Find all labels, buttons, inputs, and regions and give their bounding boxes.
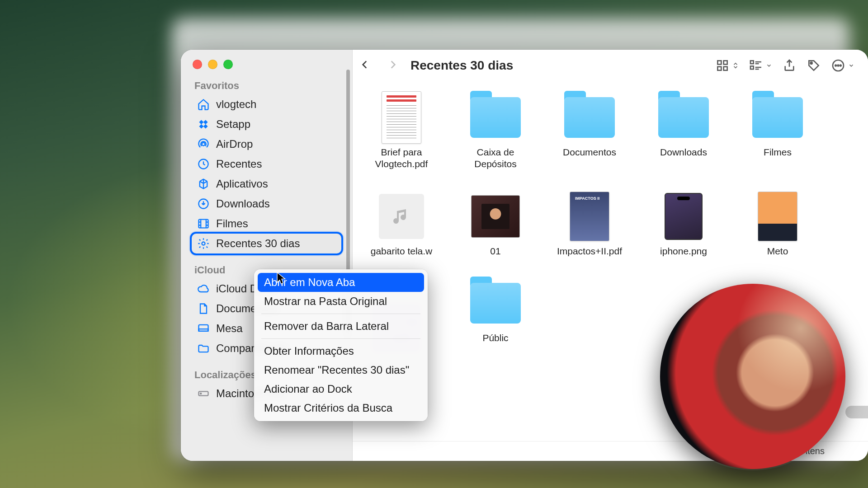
film-icon: [197, 217, 210, 230]
svg-rect-18: [750, 66, 754, 69]
sidebar-item-smart-folder[interactable]: Recentes 30 dias: [192, 234, 341, 253]
window-title: Recentes 30 dias: [410, 58, 513, 73]
file-label: Públic: [482, 332, 508, 344]
svg-rect-13: [717, 61, 721, 64]
file-label: Filmes: [764, 146, 792, 158]
file-label: iphone.png: [660, 245, 707, 257]
ctx-add-dock[interactable]: Adicionar ao Dock: [258, 380, 424, 399]
shared-folder-icon: [197, 342, 210, 355]
menu-separator: [261, 338, 420, 339]
svg-point-23: [840, 65, 841, 66]
svg-point-12: [200, 393, 201, 394]
window-controls: [181, 50, 352, 69]
file-label: Documentos: [563, 146, 616, 158]
svg-rect-16: [724, 67, 727, 70]
icon-size-slider[interactable]: [845, 406, 868, 418]
airdrop-icon: [197, 138, 210, 150]
nav-buttons: [359, 59, 399, 72]
file-label: Downloads: [660, 146, 707, 158]
cursor-icon: [277, 272, 287, 286]
ctx-remove-sidebar[interactable]: Remover da Barra Lateral: [258, 317, 424, 336]
sidebar-item-movies[interactable]: Filmes: [192, 214, 341, 234]
file-item[interactable]: Meto: [744, 192, 811, 257]
file-label: Caixa de Depósitos: [462, 146, 529, 170]
sidebar-item-label: AirDrop: [216, 138, 253, 150]
applications-icon: [197, 178, 210, 190]
svg-point-21: [835, 65, 836, 66]
ctx-get-info[interactable]: Obter Informações: [258, 342, 424, 361]
folder-item[interactable]: Filmes: [744, 93, 811, 170]
folder-item[interactable]: Públic: [462, 279, 529, 344]
forward-button[interactable]: [387, 59, 399, 72]
svg-rect-0: [199, 120, 203, 124]
ctx-show-criteria[interactable]: Mostrar Critérios da Busca: [258, 399, 424, 418]
file-item[interactable]: gabarito tela.w: [368, 192, 435, 257]
sidebar-item-label: Mesa: [216, 322, 243, 335]
back-button[interactable]: [359, 59, 371, 72]
tags-button[interactable]: [804, 56, 824, 75]
sidebar-item-label: Filmes: [216, 217, 248, 230]
svg-rect-14: [724, 61, 727, 64]
download-icon: [197, 197, 210, 210]
file-item[interactable]: Brief para Vlogtech.pdf: [368, 93, 435, 170]
clock-icon: [197, 158, 210, 170]
svg-point-4: [202, 143, 205, 146]
audio-icon: [379, 194, 424, 239]
svg-rect-10: [199, 329, 208, 331]
favorites-header: Favoritos: [192, 75, 341, 94]
sidebar-item-vlogtech[interactable]: vlogtech: [192, 94, 341, 114]
folder-item[interactable]: Documentos: [556, 93, 623, 170]
sidebar-item-label: Aplicativos: [216, 178, 268, 190]
sidebar-favorites: Favoritos vlogtech Setapp AirDrop: [181, 69, 352, 253]
file-label: Meto: [767, 245, 788, 257]
close-window-button[interactable]: [193, 60, 202, 69]
file-label: gabarito tela.w: [371, 245, 433, 257]
view-switcher[interactable]: [712, 56, 741, 75]
file-item[interactable]: iphone.png: [650, 192, 717, 257]
minimize-window-button[interactable]: [208, 60, 217, 69]
presenter-webcam: [660, 284, 845, 469]
file-label: Impactos+II.pdf: [557, 245, 622, 257]
svg-point-19: [811, 62, 812, 64]
ctx-rename[interactable]: Renomear "Recentes 30 dias": [258, 361, 424, 380]
folder-item[interactable]: Downloads: [650, 93, 717, 170]
svg-rect-7: [199, 220, 208, 228]
desktop-icon: [197, 322, 210, 335]
file-label: Brief para Vlogtech.pdf: [368, 146, 435, 170]
share-button[interactable]: [779, 56, 799, 75]
menu-separator: [261, 314, 420, 314]
sidebar-item-applications[interactable]: Aplicativos: [192, 174, 341, 194]
ctx-show-original[interactable]: Mostrar na Pasta Original: [258, 292, 424, 311]
sidebar-item-label: vlogtech: [216, 98, 256, 111]
house-icon: [197, 98, 210, 111]
finder-toolbar: Recentes 30 dias: [353, 50, 868, 81]
sidebar-item-setapp[interactable]: Setapp: [192, 114, 341, 134]
sidebar-item-label: Recentes 30 dias: [216, 237, 300, 250]
file-label: 01: [490, 245, 500, 257]
sidebar-item-recents[interactable]: Recentes: [192, 154, 341, 174]
svg-rect-3: [203, 124, 208, 129]
more-button[interactable]: [828, 56, 857, 75]
sidebar-item-label: Recentes: [216, 158, 262, 170]
svg-point-8: [202, 242, 205, 245]
svg-rect-2: [199, 124, 203, 129]
sidebar-item-label: Setapp: [216, 118, 250, 131]
document-icon: [197, 302, 210, 315]
svg-rect-17: [750, 61, 754, 64]
file-item[interactable]: 01: [462, 192, 529, 257]
diamond-icon: [197, 118, 210, 131]
cloud-icon: [197, 282, 210, 295]
disk-icon: [197, 387, 210, 400]
svg-rect-9: [199, 325, 208, 331]
gear-icon: [197, 237, 210, 250]
folder-item[interactable]: Caixa de Depósitos: [462, 93, 529, 170]
svg-rect-1: [203, 120, 208, 124]
group-by-button[interactable]: [746, 56, 775, 75]
sidebar-item-airdrop[interactable]: AirDrop: [192, 134, 341, 154]
sidebar-item-downloads[interactable]: Downloads: [192, 194, 341, 214]
sidebar-item-label: Downloads: [216, 197, 270, 210]
svg-point-22: [838, 65, 839, 66]
zoom-window-button[interactable]: [223, 60, 233, 69]
context-menu: Abrir em Nova Aba Mostrar na Pasta Origi…: [254, 269, 428, 421]
file-item[interactable]: IMPACTOS II Impactos+II.pdf: [556, 192, 623, 257]
